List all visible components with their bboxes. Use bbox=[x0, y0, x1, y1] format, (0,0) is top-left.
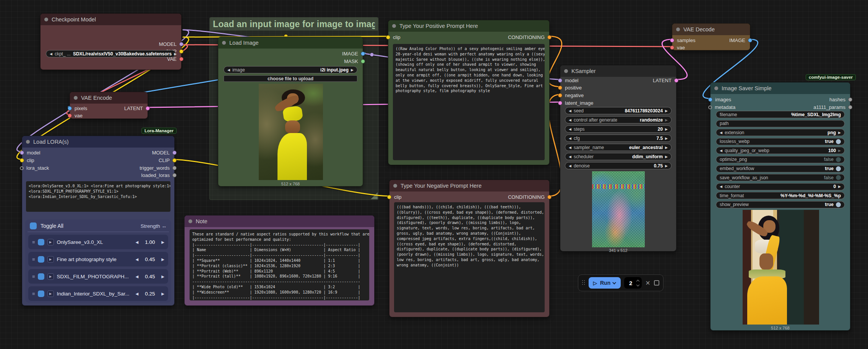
collapse-dot-icon[interactable] bbox=[74, 96, 78, 100]
collapse-dot-icon[interactable] bbox=[44, 18, 48, 21]
strength-value[interactable]: 0.45 bbox=[141, 274, 158, 279]
drag-handle-icon[interactable]: ≡ bbox=[32, 291, 35, 297]
decrement-arrow-icon[interactable]: ◀ bbox=[569, 118, 571, 122]
strength-value[interactable]: 1.00 bbox=[141, 239, 158, 245]
path-widget[interactable]: path bbox=[716, 120, 845, 127]
collapse-dot-icon[interactable] bbox=[26, 140, 30, 144]
quality-jpeg-or-webp-widget[interactable]: ◀ quality_jpeg_or_webp 100 ▶ bbox=[716, 147, 845, 154]
lora-enabled-checkbox[interactable] bbox=[38, 291, 44, 297]
scheduler-widget[interactable]: ◀ scheduler ddim_uniform ▶ bbox=[565, 153, 672, 160]
seed-widget[interactable]: ◀ seed 847611789203024 ▶ bbox=[565, 107, 672, 114]
load-lora-node[interactable]: Load LORA(s) model clip lora_stack MODEL… bbox=[22, 136, 175, 306]
increment-arrow-icon[interactable]: ▶ bbox=[838, 185, 841, 188]
checkpoint-model-node[interactable]: Checkpoint Model MODEL CLIP VAE ◀ ckpt_ … bbox=[40, 13, 182, 70]
vae-decode-node[interactable]: VAE Decode samples vae IMAGE bbox=[672, 23, 750, 50]
control-after-generate-widget[interactable]: ◀ control after generate randomize ▶ bbox=[565, 116, 672, 123]
stop-button[interactable] bbox=[654, 280, 659, 286]
strength-increment-icon[interactable]: ▶ bbox=[161, 274, 164, 279]
image-saver-node[interactable]: Image Saver Simple images metadata hashe… bbox=[710, 82, 850, 331]
batch-count-steppers[interactable] bbox=[637, 280, 639, 286]
positive-prompt-textarea[interactable]: ((Raw Analog Color Photo)) of a sexy pho… bbox=[393, 44, 545, 160]
increment-arrow-icon[interactable]: ▶ bbox=[665, 136, 668, 140]
decrement-arrow-icon[interactable]: ◀ bbox=[569, 155, 571, 159]
drag-handle-icon[interactable]: ≡ bbox=[32, 239, 35, 245]
load-image-node[interactable]: Load Image IMAGE MASK ◀ image i2i input.… bbox=[218, 37, 363, 187]
strength-decrement-icon[interactable]: ◀ bbox=[136, 240, 139, 244]
extension-widget[interactable]: ◀ extension png ▶ bbox=[716, 129, 845, 136]
decrement-arrow-icon[interactable]: ◀ bbox=[720, 149, 722, 153]
lora-enabled-checkbox[interactable] bbox=[38, 256, 44, 263]
a1111-params-output-slot[interactable]: a1111_params bbox=[813, 104, 852, 110]
expand-button[interactable]: ▶ bbox=[47, 239, 54, 245]
positive-prompt-node[interactable]: Type Your Positive Prompt Here clip COND… bbox=[388, 20, 550, 165]
collapse-dot-icon[interactable] bbox=[393, 184, 397, 188]
expand-button[interactable]: ▶ bbox=[47, 273, 54, 280]
clip-input-slot[interactable]: clip bbox=[387, 194, 402, 200]
decrement-arrow-icon[interactable]: ◀ bbox=[569, 127, 571, 131]
time-format-widget[interactable]: time_format %Y-%m-%d_%I-%M-%S_%p bbox=[716, 192, 845, 199]
negative-input-slot[interactable]: negative bbox=[558, 93, 584, 98]
model-input-slot[interactable]: model bbox=[20, 150, 40, 156]
collapse-dot-icon[interactable] bbox=[188, 219, 192, 223]
decrement-arrow-icon[interactable]: ◀ bbox=[569, 164, 571, 168]
increment-arrow-icon[interactable]: ▶ bbox=[665, 164, 668, 168]
run-button[interactable]: ▷ Run bbox=[589, 277, 621, 289]
output-image-preview[interactable] bbox=[743, 210, 819, 325]
image-output-slot[interactable]: IMAGE bbox=[342, 51, 365, 57]
denoise-widget[interactable]: ◀ denoise 0.75 ▶ bbox=[565, 162, 672, 169]
next-arrow-icon[interactable]: ▶ bbox=[351, 68, 354, 72]
strength-decrement-icon[interactable]: ◀ bbox=[136, 274, 139, 279]
embed-workflow-toggle[interactable]: embed_workflow true bbox=[716, 165, 845, 172]
vae-input-slot[interactable]: vae bbox=[670, 45, 685, 50]
next-arrow-icon[interactable]: ▶ bbox=[174, 52, 177, 56]
filename-widget[interactable]: filename %time_SDXL_Img2Img bbox=[716, 111, 845, 118]
vae-encode-node[interactable]: VAE Encode pixels vae LATENT bbox=[70, 92, 148, 119]
steps-widget[interactable]: ◀ steps 20 ▶ bbox=[565, 125, 672, 133]
negative-prompt-textarea[interactable]: (((bad hands))), ((child, childish)), ((… bbox=[394, 202, 545, 312]
ckpt-name-widget[interactable]: ◀ ckpt_ ... SDXL/realvisxlV50_v30Bakedva… bbox=[46, 50, 176, 57]
expand-button[interactable]: ▶ bbox=[47, 291, 54, 297]
node-canvas[interactable]: { "badges": { "lora_manager": "Lora-Mana… bbox=[0, 0, 868, 349]
strength-increment-icon[interactable]: ▶ bbox=[161, 292, 164, 296]
batch-count-input[interactable]: 2 bbox=[624, 277, 642, 289]
positive-input-slot[interactable]: positive bbox=[558, 85, 582, 91]
strength-decrement-icon[interactable]: ◀ bbox=[136, 292, 139, 296]
decrement-arrow-icon[interactable]: ◀ bbox=[720, 185, 722, 188]
latent-output-slot[interactable]: LATENT bbox=[653, 78, 678, 83]
model-output-slot[interactable]: MODEL bbox=[152, 150, 177, 156]
save-workflow-as-json-toggle[interactable]: save_workflow_as_json false bbox=[716, 174, 845, 181]
increment-arrow-icon[interactable]: ▶ bbox=[838, 131, 841, 135]
image-file-widget[interactable]: ◀ image i2i input.jpeg ▶ bbox=[224, 66, 357, 73]
pixels-input-slot[interactable]: pixels bbox=[68, 106, 87, 111]
toggle-all-checkbox[interactable] bbox=[30, 222, 37, 229]
decrement-arrow-icon[interactable]: ◀ bbox=[569, 136, 571, 140]
collapse-dot-icon[interactable] bbox=[676, 28, 680, 31]
sampler-name-widget[interactable]: ◀ sampler_name euler_ancestral ▶ bbox=[565, 144, 672, 151]
loaded-loras-output-slot[interactable]: loaded_loras bbox=[141, 172, 177, 178]
increment-arrow-icon[interactable]: ▶ bbox=[665, 118, 668, 122]
counter-widget[interactable]: ◀ counter 0 ▶ bbox=[716, 183, 845, 190]
decrement-arrow-icon[interactable]: ◀ bbox=[569, 109, 571, 113]
increment-arrow-icon[interactable]: ▶ bbox=[665, 155, 668, 159]
lossless-webp-toggle[interactable]: lossless_webp true bbox=[716, 138, 845, 145]
ksampler-node[interactable]: KSampler model positive negative latent_… bbox=[560, 65, 677, 252]
decrement-arrow-icon[interactable]: ◀ bbox=[569, 146, 571, 149]
note-textarea[interactable]: These are standard / native aspect ratio… bbox=[190, 229, 369, 300]
metadata-input-slot[interactable]: metadata bbox=[708, 104, 735, 110]
negative-prompt-node[interactable]: Type Your Negative Prompt Here clip COND… bbox=[389, 180, 550, 317]
toolbar-drag-handle-icon[interactable] bbox=[582, 280, 585, 286]
increment-arrow-icon[interactable]: ▶ bbox=[665, 146, 668, 149]
collapse-dot-icon[interactable] bbox=[564, 69, 568, 73]
strength-decrement-icon[interactable]: ◀ bbox=[136, 257, 139, 261]
lora-stack-input-slot[interactable]: lora_stack bbox=[20, 165, 49, 171]
strength-increment-icon[interactable]: ▶ bbox=[161, 257, 164, 261]
model-output-slot[interactable]: MODEL bbox=[159, 41, 183, 47]
strength-value[interactable]: 0.25 bbox=[141, 291, 158, 297]
clip-input-slot[interactable]: clip bbox=[386, 34, 401, 40]
optimize-png-toggle[interactable]: optimize_png false bbox=[716, 156, 845, 163]
model-input-slot[interactable]: model bbox=[558, 78, 578, 83]
input-image-preview[interactable] bbox=[259, 84, 323, 180]
image-output-slot[interactable]: IMAGE bbox=[729, 37, 752, 43]
cancel-button[interactable]: ✕ bbox=[645, 279, 650, 287]
choose-file-button[interactable]: choose file to upload bbox=[224, 75, 357, 82]
